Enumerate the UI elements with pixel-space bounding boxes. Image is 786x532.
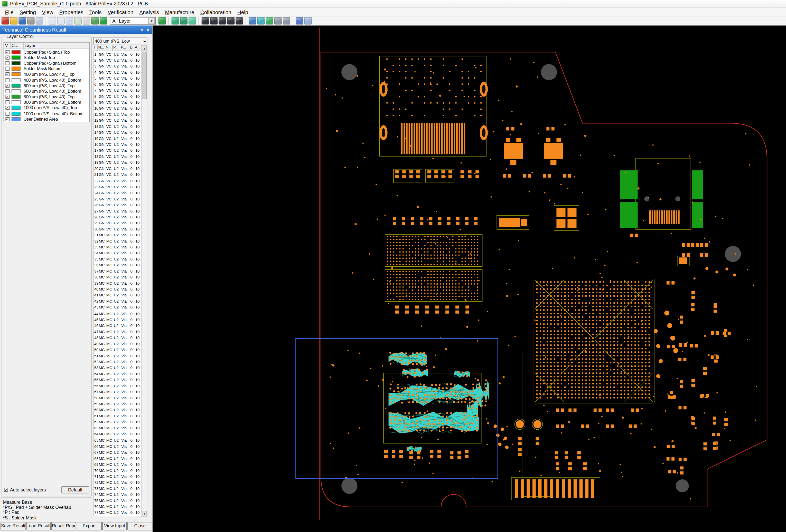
- result-row[interactable]: 41MCMCU2Via010: [94, 293, 141, 299]
- result-row[interactable]: 30GNVCU2Via010: [94, 226, 141, 232]
- result-row[interactable]: 54MCMCU2Via010: [94, 371, 141, 377]
- zoom-out-icon[interactable]: [57, 17, 65, 24]
- result-row[interactable]: 1GNVCU2Via010: [94, 51, 141, 57]
- result-row[interactable]: 29GNVCU2Via010: [94, 220, 141, 226]
- layer-visibility-checkbox[interactable]: [5, 100, 9, 104]
- result-row[interactable]: 71MCMCU2Via010: [94, 474, 141, 480]
- result-row[interactable]: 20GNVCU2Via010: [94, 166, 141, 172]
- result-row[interactable]: 60MCMCU2Via010: [94, 407, 141, 413]
- result-row[interactable]: 36MCMCU2Via010: [94, 262, 141, 268]
- layer-visibility-checkbox[interactable]: ✓: [5, 83, 9, 88]
- board-flip-icon[interactable]: [188, 17, 196, 24]
- result-row[interactable]: 58MCMCU2Via010: [94, 395, 141, 401]
- new-file-icon[interactable]: [2, 17, 9, 24]
- results-column-header[interactable]: !N...N...P...P...D...A...: [93, 45, 141, 51]
- result-row[interactable]: 28GNVCU2Via010: [94, 214, 141, 220]
- result-row[interactable]: 27GNVCU2Via010: [94, 208, 141, 214]
- menu-file[interactable]: File: [2, 8, 17, 16]
- result-row[interactable]: 48MCMCU2Via010: [94, 335, 141, 341]
- result-row[interactable]: 12GNVCU2Via010: [94, 118, 141, 124]
- result-row[interactable]: 68MCMCU2Via010: [94, 455, 141, 461]
- view-bottom-icon[interactable]: [180, 17, 187, 24]
- pcb-canvas[interactable]: [153, 26, 786, 532]
- result-row[interactable]: 53MCMCU2Via010: [94, 365, 141, 371]
- chevron-right-icon[interactable]: ▸: [144, 39, 146, 44]
- menu-view[interactable]: View: [39, 8, 56, 16]
- layer-row[interactable]: ✓User Defined Area: [4, 116, 89, 122]
- pcb-drawing[interactable]: [153, 26, 786, 532]
- menu-tools[interactable]: Tools: [86, 8, 105, 16]
- view-input-button[interactable]: View Input: [102, 522, 127, 530]
- result-row[interactable]: 61MCMCU2Via010: [94, 413, 141, 419]
- layer-row[interactable]: 600 um (P/S, Low: 40)_Bottom: [4, 88, 89, 94]
- results-header[interactable]: 400 um (P/S, Low ▸: [93, 37, 147, 45]
- result-row[interactable]: 3GNVCU2Via010: [94, 63, 141, 69]
- menu-setting[interactable]: Setting: [17, 8, 39, 16]
- layer-row[interactable]: ✓600 um (P/S, Low: 40)_Top: [4, 82, 89, 88]
- menu-help[interactable]: Help: [234, 8, 251, 16]
- result-row[interactable]: 11GNVCU2Via010: [94, 112, 141, 118]
- result-row[interactable]: 15GNVCU2Via010: [94, 136, 141, 142]
- result-row[interactable]: 18GNVCU2Via010: [94, 154, 141, 160]
- result-row[interactable]: 57MCMCU2Via010: [94, 389, 141, 395]
- layer-color-swatch[interactable]: [11, 117, 21, 121]
- result-row[interactable]: 38MCMCU2Via010: [94, 274, 141, 281]
- layer-visibility-checkbox[interactable]: ✓: [5, 106, 9, 110]
- result-row[interactable]: 6GNVCU2Via010: [94, 81, 141, 88]
- result-row[interactable]: 16GNVCU2Via010: [94, 142, 141, 148]
- layer-color-swatch[interactable]: [11, 67, 21, 71]
- result-row[interactable]: 34MCMCU2Via010: [94, 250, 141, 257]
- pan-icon[interactable]: [83, 17, 90, 24]
- layer-color-swatch[interactable]: [11, 106, 21, 110]
- layer-visibility-checkbox[interactable]: ✓: [5, 95, 9, 99]
- layer-visibility-checkbox[interactable]: ✓: [5, 55, 9, 59]
- result-row[interactable]: 40MCMCU2Via010: [94, 286, 141, 293]
- result-row[interactable]: 49MCMCU2Via010: [94, 341, 141, 347]
- result-row[interactable]: 76MCMCU2Via010: [94, 504, 141, 510]
- result-row[interactable]: 63MCMCU2Via010: [94, 425, 141, 431]
- result-row[interactable]: 37MCMCU2Via010: [94, 268, 141, 274]
- layer-row[interactable]: 400 um (P/S, Low: 40)_Bottom: [4, 77, 89, 82]
- results-column[interactable]: D...: [130, 45, 135, 51]
- result-row[interactable]: 43MCMCU2Via010: [94, 305, 141, 311]
- measure-icon[interactable]: [265, 17, 273, 24]
- menu-collaboration[interactable]: Collaboration: [197, 8, 234, 16]
- layer-color-swatch[interactable]: [11, 89, 21, 93]
- result-row[interactable]: 17GNVCU2Via010: [94, 148, 141, 154]
- panel-header[interactable]: Technical Cleanliness Result ▾ ✕: [0, 26, 152, 34]
- layer-visibility-checkbox[interactable]: [5, 78, 9, 82]
- board-view-icon[interactable]: [100, 17, 107, 24]
- scroll-up-icon[interactable]: ▲: [142, 46, 147, 51]
- layer-select-combobox[interactable]: All Layer ▼: [110, 17, 156, 24]
- result-row[interactable]: 31MCMCU2Via010: [94, 232, 141, 238]
- result-row[interactable]: 69MCMCU2Via010: [94, 461, 141, 467]
- print-icon[interactable]: [27, 17, 34, 24]
- chevron-down-icon[interactable]: ▼: [148, 18, 155, 24]
- result-row[interactable]: 25GNVCU2Via010: [94, 196, 141, 202]
- results-column[interactable]: N...: [105, 45, 113, 51]
- layer-visibility-checkbox[interactable]: [5, 61, 9, 65]
- layer-row[interactable]: 800 um (P/S, Low: 40)_Bottom: [4, 100, 89, 105]
- result-row[interactable]: 70MCMCU2Via010: [94, 467, 141, 474]
- result-row[interactable]: 74MCMCU2Via010: [94, 491, 141, 498]
- result-row[interactable]: 7GNVCU2Via010: [94, 87, 141, 93]
- result-row[interactable]: 77MCMCU2Via010: [94, 510, 141, 516]
- menu-properties[interactable]: Properties: [56, 8, 86, 16]
- result-row[interactable]: 19GNVCU2Via010: [94, 160, 141, 166]
- result-row[interactable]: 44MCMCU2Via010: [94, 311, 141, 317]
- result-row[interactable]: 47MCMCU2Via010: [94, 329, 141, 335]
- auto-select-checkbox[interactable]: ✓: [4, 488, 8, 492]
- result-row[interactable]: 50MCMCU2Via010: [94, 347, 141, 353]
- layer-set-icon[interactable]: [159, 17, 166, 24]
- results-scrollbar[interactable]: ▲ ▼: [141, 45, 147, 517]
- result-row[interactable]: 65MCMCU2Via010: [94, 437, 141, 443]
- layer-color-swatch[interactable]: [11, 95, 21, 99]
- result-row[interactable]: 35MCMCU2Via010: [94, 256, 141, 262]
- result-row[interactable]: 64MCMCU2Via010: [94, 431, 141, 437]
- result-row[interactable]: 26GNVCU2Via010: [94, 202, 141, 208]
- layer-column-header[interactable]: C...: [10, 43, 24, 49]
- result-row[interactable]: 22GNVCU2Via010: [94, 178, 141, 184]
- result-row[interactable]: 32MCMCU2Via010: [94, 238, 141, 244]
- load-result-button[interactable]: Load Result: [26, 522, 51, 530]
- result-row[interactable]: 24GNVCU2Via010: [94, 190, 141, 196]
